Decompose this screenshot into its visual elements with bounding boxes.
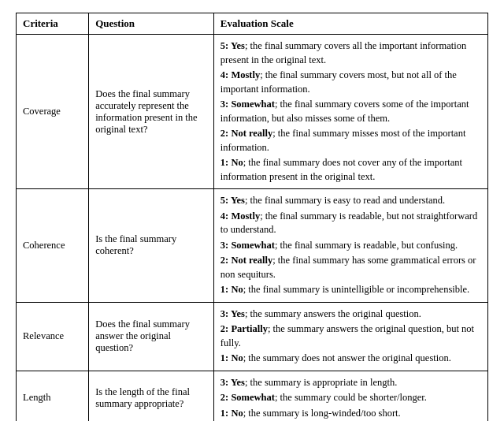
question-cell: Is the length of the final summary appro… [89, 371, 214, 421]
evaluation-table: Criteria Question Evaluation Scale Cover… [16, 13, 488, 421]
criteria-cell: Length [17, 371, 89, 421]
criteria-cell: Coverage [17, 35, 89, 189]
scale-cell: 3: Yes; the summary answers the original… [213, 302, 487, 371]
question-cell: Does the final summary answer the origin… [89, 302, 214, 371]
scale-cell: 5: Yes; the final summary is easy to rea… [213, 189, 487, 303]
scale-cell: 5: Yes; the final summary covers all the… [213, 35, 487, 189]
header-criteria: Criteria [17, 13, 89, 35]
table-row: CoherenceIs the final summary coherent?5… [17, 189, 488, 303]
question-cell: Does the final summary accurately repres… [89, 35, 214, 189]
table-row: RelevanceDoes the final summary answer t… [17, 302, 488, 371]
header-scale: Evaluation Scale [213, 13, 487, 35]
criteria-cell: Coherence [17, 189, 89, 303]
header-question: Question [89, 13, 214, 35]
table-row: LengthIs the length of the final summary… [17, 371, 488, 421]
header-row: Criteria Question Evaluation Scale [17, 13, 488, 35]
scale-cell: 3: Yes; the summary is appropriate in le… [213, 371, 487, 421]
table-row: CoverageDoes the final summary accuratel… [17, 35, 488, 189]
table-wrapper: Criteria Question Evaluation Scale Cover… [16, 13, 488, 421]
criteria-cell: Relevance [17, 302, 89, 371]
question-cell: Is the final summary coherent? [89, 189, 214, 303]
